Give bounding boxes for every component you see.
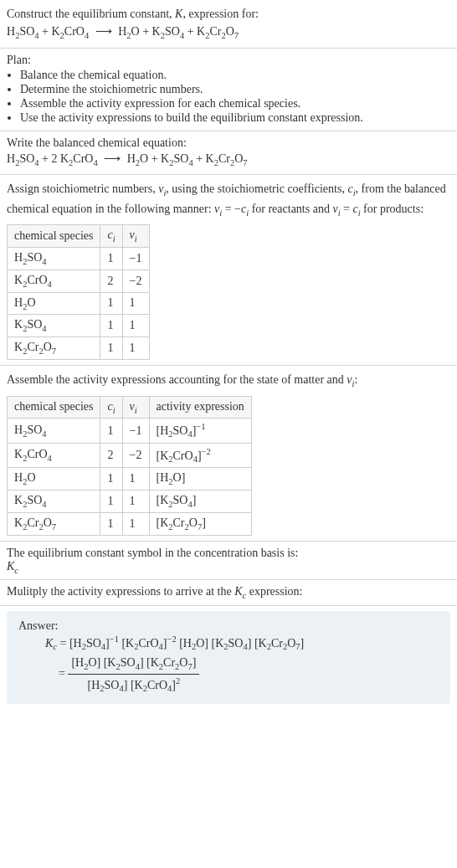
sub: 4: [48, 454, 52, 463]
el: O: [226, 25, 234, 38]
el: [H: [157, 471, 169, 484]
cell-ci: 2: [100, 443, 122, 467]
cell-species: K2CrO4: [8, 270, 100, 292]
plan-label: Plan:: [7, 54, 450, 67]
sub: 4: [42, 324, 46, 333]
sub: 4: [42, 257, 46, 266]
el: Cr: [27, 516, 39, 529]
cell-nui: −2: [122, 443, 149, 467]
text: , expression for:: [182, 8, 259, 20]
el: ] [K: [124, 679, 143, 691]
cell-species: K2SO4: [8, 315, 100, 337]
cell-species: K2Cr2O7: [8, 337, 100, 360]
list-item: Balance the chemical equation.: [20, 69, 450, 82]
sub: 7: [52, 347, 56, 356]
el: CrO: [73, 152, 93, 165]
el: Cr: [163, 656, 175, 669]
cell-activity: [K2CrO4]−2: [149, 443, 251, 467]
sup: −2: [167, 634, 177, 644]
el: [H: [71, 656, 84, 669]
el: O: [140, 152, 148, 165]
cell-species: K2CrO4: [8, 443, 100, 467]
fraction: [H2O] [K2SO4] [K2Cr2O7] [H2SO4] [K2CrO4]…: [68, 654, 199, 696]
el: SO: [27, 251, 42, 264]
species: H2O: [127, 152, 149, 165]
el: O: [27, 471, 35, 484]
species: H2SO4: [7, 152, 39, 165]
el: SO: [19, 25, 34, 38]
el: CrO: [138, 637, 158, 650]
el: O: [44, 341, 52, 353]
el: SO: [27, 494, 42, 506]
el: [H: [88, 679, 100, 691]
sub: 7: [234, 31, 239, 40]
activity-table: chemical species ci νi activity expressi…: [7, 396, 252, 536]
plus: + 2: [39, 152, 60, 165]
balanced-equation: H2SO4 + 2 K2CrO4 ⟶ H2O + K2SO4 + K2Cr2O7: [7, 150, 450, 170]
cell-ci: 1: [100, 468, 122, 490]
list-item: Use the activity expressions to build th…: [20, 111, 450, 125]
el: [K: [157, 516, 169, 529]
table-row: K2SO4 1 1: [8, 315, 150, 337]
text: for reactants and: [249, 203, 332, 215]
kc-symbol: Kc: [7, 560, 450, 575]
sup: −1: [196, 422, 205, 431]
el: SO: [173, 494, 188, 506]
cell-species: H2SO4: [8, 419, 100, 443]
el: K: [60, 152, 69, 165]
equals: =: [59, 668, 68, 681]
el: CrO: [27, 448, 47, 460]
k-symbol: K: [234, 585, 242, 598]
sub: 4: [93, 157, 97, 167]
plus: +: [148, 152, 161, 165]
k-symbol: K: [7, 560, 14, 573]
sub: 7: [243, 157, 247, 167]
answer-label: Answer:: [18, 619, 439, 633]
el: [H: [157, 424, 169, 437]
species: K2CrO4: [51, 25, 89, 38]
text: Assign stoichiometric numbers,: [7, 182, 158, 195]
el: O] [K: [88, 656, 116, 669]
activity-section: Assemble the activity expressions accoun…: [0, 366, 457, 542]
el: SO: [173, 424, 188, 437]
el: H: [7, 25, 15, 38]
el: CrO: [147, 679, 167, 691]
el: SO: [165, 25, 180, 38]
prompt-line1: Construct the equilibrium constant, K, e…: [7, 5, 450, 23]
cell-activity: [K2SO4]: [149, 490, 251, 513]
el: [K: [157, 494, 169, 506]
species: H2O: [118, 25, 140, 38]
equals: =: [57, 637, 69, 650]
cell-nui: 1: [122, 490, 149, 513]
cell-activity: [H2O]: [149, 468, 251, 490]
prompt-section: Construct the equilibrium constant, K, e…: [0, 0, 457, 49]
cell-nui: 1: [122, 292, 149, 315]
cell-ci: 1: [100, 512, 122, 535]
text: for products:: [361, 203, 424, 215]
table-row: H2SO4 1 −1: [8, 247, 150, 270]
table-row: K2SO4 1 1 [K2SO4]: [8, 490, 252, 513]
el: CrO: [173, 449, 193, 461]
sub: 7: [52, 522, 56, 532]
text: , using the stoichiometric coefficients,: [166, 182, 347, 195]
k-symbol: K: [45, 637, 53, 650]
cell-ci: 1: [100, 419, 122, 443]
sub: i: [113, 405, 116, 414]
el: H: [14, 296, 23, 309]
el: H: [14, 424, 23, 436]
plan-list: Balance the chemical equation. Determine…: [7, 69, 450, 125]
el: K: [14, 494, 23, 506]
basis-section: The equilibrium constant symbol in the c…: [0, 542, 457, 581]
el: SO: [27, 318, 42, 331]
cell-ci: 1: [100, 292, 122, 315]
el: [H: [69, 637, 82, 650]
text: = −: [222, 203, 241, 215]
el: K: [197, 25, 205, 38]
sub: 4: [42, 500, 46, 509]
text: Construct the equilibrium constant,: [7, 8, 175, 20]
col-ci: ci: [100, 225, 122, 248]
col-activity: activity expression: [149, 396, 251, 419]
el: K: [14, 448, 23, 460]
el: [H: [179, 637, 192, 650]
el: SO: [228, 637, 244, 650]
